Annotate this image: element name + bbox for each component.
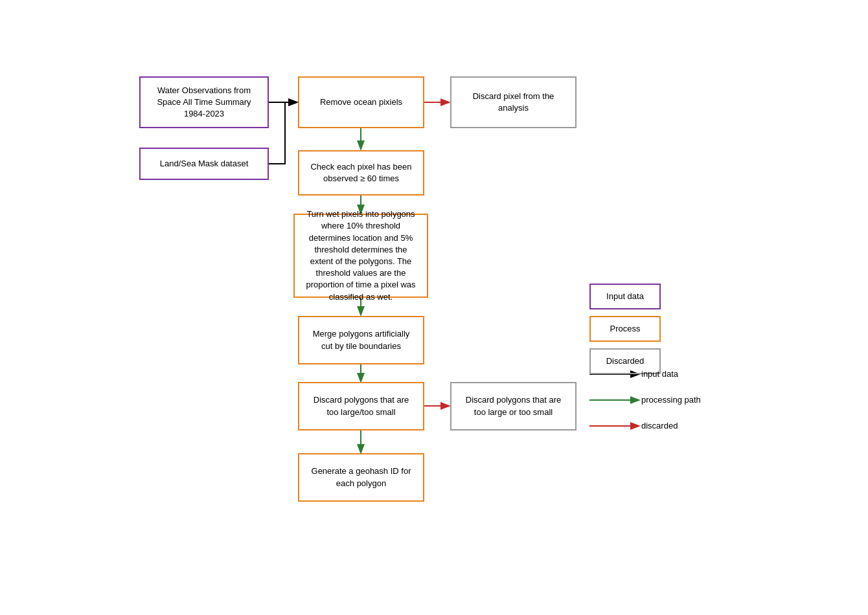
- discard-size-out-box: Discard polygons that are too large or t…: [450, 382, 577, 430]
- geohash-box: Generate a geohash ID for each polygon: [298, 453, 424, 502]
- landmask-label: Land/Sea Mask dataset: [160, 158, 249, 170]
- discard-size-out-label: Discard polygons that are too large or t…: [459, 394, 567, 418]
- check-pixel-label: Check each pixel has been observed ≥ 60 …: [307, 161, 415, 184]
- wofs-input-box: Water Observations from Space All Time S…: [139, 76, 269, 128]
- legend-process-label: Process: [610, 323, 641, 335]
- remove-ocean-box: Remove ocean pixiels: [298, 76, 424, 128]
- wofs-label: Water Observations from Space All Time S…: [148, 85, 260, 120]
- legend-input-label: Input data: [606, 291, 644, 302]
- remove-ocean-label: Remove ocean pixiels: [320, 96, 402, 108]
- legend-discarded-label: Discarded: [606, 355, 645, 367]
- discard-size-label: Discard polygons that are too large/too …: [307, 394, 415, 418]
- geohash-label: Generate a geohash ID for each polygon: [307, 465, 415, 489]
- legend-discarded-arrow-label: discarded: [641, 421, 678, 430]
- discard-size-box: Discard polygons that are too large/too …: [298, 382, 424, 430]
- merge-polygons-box: Merge polygons artificially cut by tile …: [298, 316, 424, 364]
- legend-input-box: Input data: [589, 284, 661, 309]
- turn-wet-box: Turn wet pixels into polygons where 10% …: [293, 214, 428, 298]
- turn-wet-label: Turn wet pixels into polygons where 10% …: [303, 208, 419, 303]
- discard-pixel-label: Discard pixel from the analysis: [459, 91, 567, 114]
- merge-polygons-label: Merge polygons artificially cut by tile …: [307, 328, 415, 352]
- discard-pixel-box: Discard pixel from the analysis: [450, 76, 577, 128]
- landmask-input-box: Land/Sea Mask dataset: [139, 148, 269, 180]
- legend-input-arrow-label: input data: [641, 369, 678, 379]
- legend-process-box: Process: [589, 316, 661, 342]
- legend-processing-arrow-label: processing path: [641, 395, 701, 405]
- check-pixel-box: Check each pixel has been observed ≥ 60 …: [298, 150, 424, 196]
